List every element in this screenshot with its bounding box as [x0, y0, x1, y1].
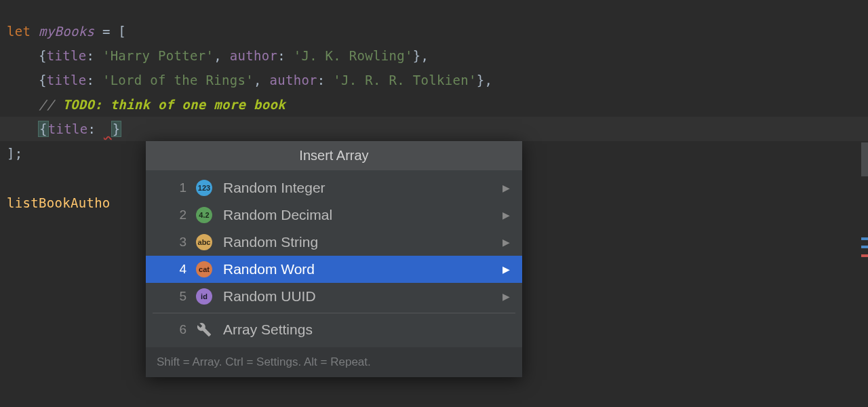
- menu-item-array-settings[interactable]: 6Array Settings: [146, 316, 522, 343]
- menu-item-random-uuid[interactable]: 5idRandom UUID▶: [146, 283, 522, 310]
- submenu-arrow-icon: ▶: [502, 264, 510, 275]
- submenu-arrow-icon: ▶: [502, 291, 510, 302]
- menu-item-random-string[interactable]: 3abcRandom String▶: [146, 229, 522, 256]
- cat-icon: cat: [196, 261, 212, 277]
- code-line: // TODO: think of one more book: [0, 92, 868, 117]
- menu-item-random-decimal[interactable]: 24.2Random Decimal▶: [146, 201, 522, 229]
- menu-item-label: Array Settings: [223, 322, 510, 338]
- 42-icon: 4.2: [196, 207, 212, 223]
- submenu-arrow-icon: ▶: [502, 210, 510, 220]
- submenu-arrow-icon: ▶: [502, 237, 510, 248]
- menu-item-label: Random String: [223, 234, 502, 250]
- insert-array-popup: Insert Array 1123Random Integer▶24.2Rand…: [146, 141, 522, 377]
- menu-item-random-word[interactable]: 4catRandom Word▶: [146, 256, 522, 283]
- menu-item-number: 3: [146, 235, 186, 250]
- submenu-arrow-icon: ▶: [502, 182, 510, 193]
- scrollbar[interactable]: [861, 142, 868, 176]
- menu-item-number: 1: [146, 180, 186, 195]
- 123-icon: 123: [196, 180, 212, 196]
- gutter-marker[interactable]: [861, 237, 868, 240]
- menu-divider: [153, 313, 515, 313]
- menu-item-label: Random Decimal: [223, 207, 502, 223]
- code-line: let myBooks = [: [0, 19, 868, 43]
- menu-item-label: Random Integer: [223, 180, 502, 196]
- menu-item-number: 2: [146, 208, 186, 222]
- wrench-icon: [196, 322, 212, 337]
- menu-item-number: 5: [146, 289, 186, 304]
- menu-item-label: Random UUID: [223, 288, 502, 305]
- menu-item-number: 4: [146, 262, 186, 277]
- gutter-marker[interactable]: [861, 246, 868, 248]
- code-line: {title: 'Harry Potter', author: 'J. K. R…: [0, 43, 868, 68]
- gutter-marker[interactable]: [861, 254, 868, 257]
- code-line: {title: 'Lord of the Rings', author: 'J.…: [0, 68, 868, 92]
- menu-item-random-integer[interactable]: 1123Random Integer▶: [146, 174, 522, 201]
- id-icon: id: [196, 288, 212, 305]
- abc-icon: abc: [196, 234, 212, 250]
- popup-menu: 1123Random Integer▶24.2Random Decimal▶3a…: [146, 170, 522, 347]
- popup-title: Insert Array: [146, 141, 522, 170]
- popup-hint: Shift = Array. Ctrl = Settings. Alt = Re…: [146, 347, 522, 377]
- menu-item-label: Random Word: [223, 261, 502, 277]
- menu-item-number: 6: [146, 322, 186, 337]
- code-line-active: {title: }: [0, 117, 868, 141]
